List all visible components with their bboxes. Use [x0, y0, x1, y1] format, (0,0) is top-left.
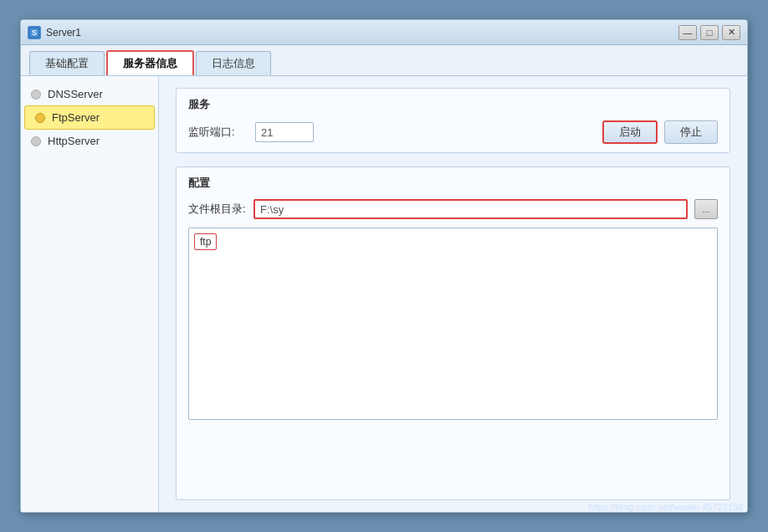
http-label: HttpServer [48, 135, 100, 147]
ftp-text-area[interactable]: ftp [188, 228, 718, 420]
tab-basic[interactable]: 基础配置 [29, 51, 105, 75]
sidebar-item-dns[interactable]: DNSServer [21, 83, 158, 105]
service-row: 监听端口: 启动 停止 [188, 120, 718, 144]
sidebar-item-http[interactable]: HttpServer [21, 130, 158, 152]
sidebar-item-ftp[interactable]: FtpServer [24, 105, 155, 130]
browse-button[interactable]: ... [694, 199, 718, 219]
tab-bar: 基础配置 服务器信息 日志信息 [21, 45, 747, 76]
file-root-row: 文件根目录: ... [188, 199, 718, 219]
main-window: S Server1 — □ ✕ 基础配置 服务器信息 日志信息 DNSServe… [20, 19, 748, 513]
port-input[interactable] [255, 122, 314, 142]
stop-button[interactable]: 停止 [664, 120, 718, 144]
window-title: Server1 [46, 27, 81, 38]
svg-text:S: S [32, 28, 37, 37]
title-controls: — □ ✕ [678, 25, 740, 40]
watermark: https://blog.csdn.net/weixin-45723158 [588, 502, 743, 512]
minimize-button[interactable]: — [678, 25, 697, 40]
app-icon: S [28, 26, 41, 39]
ftp-label: FtpServer [52, 111, 100, 124]
content-pane: 服务 监听端口: 启动 停止 配置 文件根目录: ... [159, 76, 747, 512]
service-section: 服务 监听端口: 启动 停止 [176, 88, 730, 153]
dns-dot [31, 90, 41, 100]
root-path-input[interactable] [253, 199, 688, 219]
maximize-button[interactable]: □ [700, 25, 719, 40]
sidebar: DNSServer FtpServer HttpServer [21, 76, 159, 512]
ftp-tag: ftp [194, 233, 217, 250]
main-area: DNSServer FtpServer HttpServer 服务 监听端口: [21, 76, 747, 512]
config-title: 配置 [188, 176, 718, 191]
title-bar: S Server1 — □ ✕ [21, 20, 747, 45]
config-section: 配置 文件根目录: ... ftp [176, 166, 730, 500]
action-buttons: 启动 停止 [602, 120, 718, 144]
root-label: 文件根目录: [188, 202, 247, 217]
http-dot [31, 136, 41, 146]
ftp-area-container: ftp [188, 228, 718, 420]
title-bar-left: S Server1 [28, 26, 81, 39]
service-title: 服务 [188, 97, 718, 112]
port-label: 监听端口: [188, 125, 247, 140]
ftp-dot [35, 113, 45, 123]
dns-label: DNSServer [48, 88, 103, 100]
start-button[interactable]: 启动 [602, 120, 658, 144]
tab-log[interactable]: 日志信息 [196, 51, 271, 75]
close-button[interactable]: ✕ [722, 25, 740, 40]
tab-server-info[interactable]: 服务器信息 [106, 50, 194, 75]
